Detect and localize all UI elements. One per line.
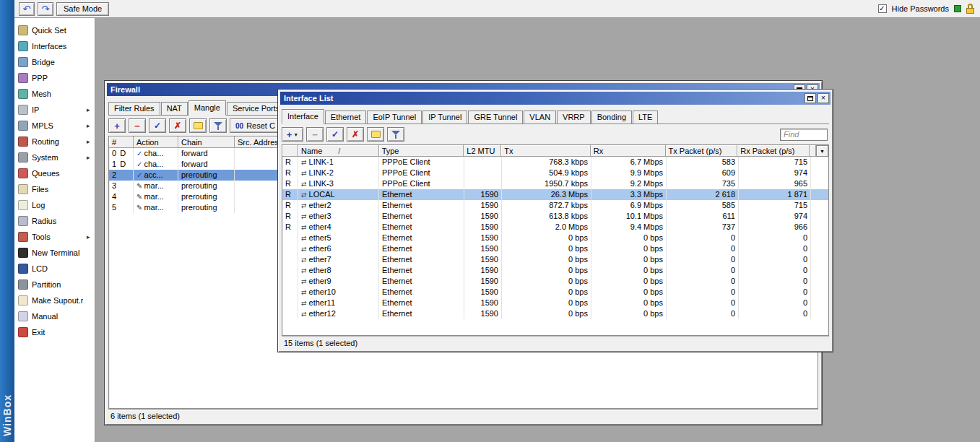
redo-icon: ↷ [42,4,50,14]
interface-icon [301,157,309,166]
undo-button[interactable]: ↶ [19,2,35,16]
interface-row[interactable]: ether7 Ethernet 1590 0 bps 0 bps 0 0 [282,254,828,265]
tab[interactable]: LTE [633,110,658,124]
interface-row[interactable]: R ether4 Ethernet 1590 2.0 Mbps 9.4 Mbps… [282,222,828,233]
tab[interactable]: NAT [161,102,188,115]
filter-button[interactable] [387,127,404,142]
interface-row[interactable]: R LINK-1 PPPoE Client 768.3 kbps 6.7 Mbp… [282,157,828,168]
close-button[interactable]: × [818,93,829,103]
interface-row[interactable]: ether8 Ethernet 1590 0 bps 0 bps 0 0 [282,265,828,276]
sidebar-item[interactable]: Log [14,197,95,213]
interface-row[interactable]: ether6 Ethernet 1590 0 bps 0 bps 0 0 [282,243,828,254]
column-header-name[interactable]: Name/ [298,145,379,157]
sidebar-item[interactable]: Radius [14,213,95,229]
sidebar-item[interactable]: Queues [14,165,95,181]
sidebar-menu: Quick Set Interfaces Bridge PPP [14,18,95,442]
column-header-l2mtu[interactable]: L2 MTU [464,145,501,157]
radius-icon [18,216,28,226]
interface-row[interactable]: R LINK-2 PPPoE Client 504.9 kbps 9.9 Mbp… [282,168,828,178]
redo-button[interactable]: ↷ [38,2,53,16]
interface-table-header: Name/ Type L2 MTU Tx Rx Tx Packet (p/s) … [282,145,828,157]
interface-row[interactable]: ether5 Ethernet 1590 0 bps 0 bps 0 0 [282,233,828,243]
tab[interactable]: GRE Tunnel [468,110,523,124]
tab[interactable]: Mangle [188,100,226,116]
sidebar-item[interactable]: Interfaces [14,38,95,54]
tab[interactable]: EoIP Tunnel [367,110,422,124]
remove-rule-button[interactable]: − [129,118,146,133]
sidebar-item[interactable]: Partition [14,277,95,292]
sidebar-item[interactable]: Files [14,181,95,197]
interface-row[interactable]: R ether3 Ethernet 1590 613.8 kbps 10.1 M… [282,211,828,222]
column-header-type[interactable]: Type [379,145,464,157]
add-interface-button[interactable]: + ▼ [282,127,303,142]
add-icon: + [114,121,120,131]
sidebar-item[interactable]: Routing [14,134,95,150]
sidebar-item[interactable]: Manual [14,308,95,324]
disable-rule-button[interactable]: ✗ [169,118,186,133]
files-icon [18,184,28,194]
enable-rule-button[interactable]: ✓ [149,118,166,133]
find-input[interactable] [780,129,828,141]
disable-interface-button[interactable]: ✗ [347,127,364,142]
tab[interactable]: Ethernet [325,110,367,124]
filter-button[interactable] [209,118,227,133]
comment-button[interactable] [189,118,207,133]
hide-passwords-checkbox[interactable] [878,4,887,13]
interface-icon [301,222,309,231]
maximize-button[interactable] [805,93,816,103]
sidebar-item[interactable]: Exit [14,324,95,340]
enable-interface-button[interactable]: ✓ [326,127,344,142]
enable-icon: ✓ [154,121,161,131]
add-rule-button[interactable]: + [108,118,126,133]
interface-row[interactable]: R LINK-3 PPPoE Client 1950.7 kbps 9.2 Mb… [282,178,828,189]
interface-row[interactable]: ether12 Ethernet 1590 0 bps 0 bps 0 0 [282,308,828,319]
tab[interactable]: IP Tunnel [422,110,467,124]
interface-list-titlebar[interactable]: Interface List × [280,92,831,105]
column-header-action[interactable]: Action [134,136,178,148]
reset-counters-button[interactable]: 00 Reset C [230,118,281,133]
action-check-icon: ✓ [136,150,142,157]
mdi-workspace: Firewall × Filter Rules NAT Mangle [96,19,980,442]
sidebar-item[interactable]: System [14,150,95,165]
interface-row[interactable]: ether10 Ethernet 1590 0 bps 0 bps 0 0 [282,287,828,298]
tab[interactable]: VRRP [557,110,591,124]
tab[interactable]: Filter Rules [108,102,160,115]
sidebar-item[interactable]: PPP [14,70,95,86]
sidebar-item[interactable]: Mesh [14,86,95,102]
interface-icon [301,266,309,274]
sidebar-item[interactable]: Quick Set [14,22,95,38]
running-flag: R [282,222,298,233]
safe-mode-button[interactable]: Safe Mode [56,2,109,16]
column-header-tx[interactable]: Tx [501,145,591,157]
column-header-number[interactable]: # [109,136,134,148]
interface-row[interactable]: R ether2 Ethernet 1590 872.7 kbps 6.9 Mb… [282,200,828,211]
tab[interactable]: VLAN [524,110,556,124]
interface-row[interactable]: R LOCAL Ethernet 1590 26.3 Mbps 3.3 Mbps… [282,189,828,200]
comment-button[interactable] [367,127,384,142]
column-header-flag[interactable] [282,145,298,157]
column-selector-button[interactable]: ▼ [816,145,828,157]
sidebar-item[interactable]: LCD [14,261,95,277]
sidebar-item[interactable]: Make Supout.rif [14,292,95,308]
sidebar-item[interactable]: MPLS [14,118,95,134]
interface-icon [301,179,309,188]
column-header-rx[interactable]: Rx [591,145,666,157]
tab[interactable]: Interface [282,109,324,124]
interface-row[interactable]: ether9 Ethernet 1590 0 bps 0 bps 0 0 [282,276,828,287]
column-header-rx-packet[interactable]: Rx Packet (p/s) [737,145,810,157]
interface-row[interactable]: ether11 Ethernet 1590 0 bps 0 bps 0 0 [282,298,828,308]
sidebar-item[interactable]: New Terminal [14,245,95,261]
action-mark-icon: ✎ [136,182,142,190]
sidebar-item[interactable]: IP [14,102,95,118]
column-header-tx-packet[interactable]: Tx Packet (p/s) [666,145,738,157]
submenu-arrow-icon [87,154,92,161]
remove-interface-button[interactable]: − [306,127,324,142]
sidebar-item[interactable]: Bridge [14,54,95,70]
manual-icon [18,311,28,321]
firewall-status-text: 6 items (1 selected) [108,410,818,422]
bridge-icon [18,57,28,67]
comment-note-icon [194,122,203,129]
column-header-chain[interactable]: Chain [178,136,235,148]
sidebar-item[interactable]: Tools [14,229,95,245]
tab[interactable]: Bonding [591,110,632,124]
